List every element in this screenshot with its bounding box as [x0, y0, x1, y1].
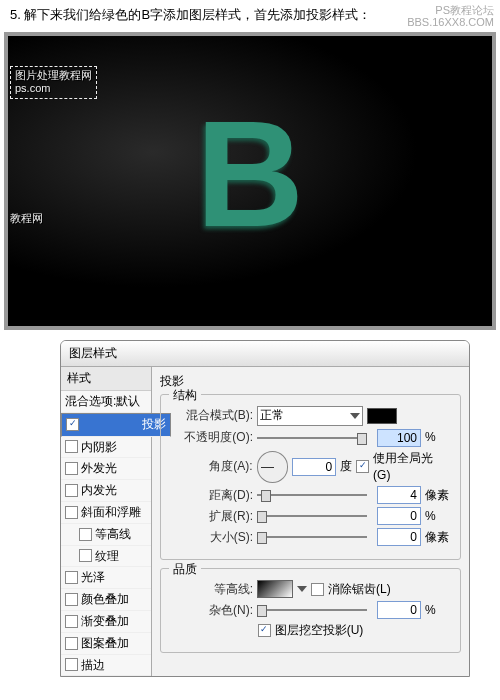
- effect-settings-panel: 投影 结构 混合模式(B): 正常 不透明度(O): 100 % 角度(A):: [152, 367, 469, 676]
- size-label: 大小(S):: [171, 529, 253, 546]
- dialog-title: 图层样式: [61, 341, 469, 367]
- sidebar-item-outerglow[interactable]: 外发光: [61, 458, 151, 480]
- sidebar-item-contour[interactable]: 等高线: [61, 524, 151, 546]
- noise-label: 杂色(N):: [171, 602, 253, 619]
- group-quality: 品质 等高线: 消除锯齿(L) 杂色(N): 0 % ✓ 图层挖空投影(U): [160, 568, 461, 653]
- distance-input[interactable]: 4: [377, 486, 421, 504]
- angle-label: 角度(A):: [171, 458, 253, 475]
- letter-b: B: [196, 99, 304, 249]
- preview-canvas: 图片处理教程网ps.com 教程网 B B: [8, 36, 492, 326]
- layer-style-dialog: 图层样式 样式 混合选项:默认 ✓投影 内阴影 外发光 内发光 斜面和浮雕 等高…: [60, 340, 470, 677]
- check-icon: ✓: [66, 418, 79, 431]
- sidebar-item-innerglow[interactable]: 内发光: [61, 480, 151, 502]
- sidebar-item-gradientoverlay[interactable]: 渐变叠加: [61, 611, 151, 633]
- contour-label: 等高线:: [171, 581, 253, 598]
- opacity-label: 不透明度(O):: [171, 429, 253, 446]
- global-light-checkbox[interactable]: ✓: [356, 460, 369, 473]
- spread-slider[interactable]: [257, 515, 367, 517]
- spread-label: 扩展(R):: [171, 508, 253, 525]
- blendmode-select[interactable]: 正常: [257, 406, 363, 426]
- distance-label: 距离(D):: [171, 487, 253, 504]
- watermark-box: 图片处理教程网ps.com: [10, 66, 97, 98]
- sidebar-item-texture[interactable]: 纹理: [61, 546, 151, 568]
- blendmode-label: 混合模式(B):: [171, 407, 253, 424]
- sidebar-item-stroke[interactable]: 描边: [61, 655, 151, 677]
- sidebar-blend-defaults[interactable]: 混合选项:默认: [61, 391, 151, 413]
- chevron-down-icon: [297, 586, 307, 592]
- sidebar-header: 样式: [61, 367, 151, 391]
- site-credit: PS教程论坛BBS.16XX8.COM: [407, 4, 494, 28]
- watermark-text: 教程网: [10, 211, 43, 226]
- noise-input[interactable]: 0: [377, 601, 421, 619]
- angle-dial[interactable]: [257, 451, 289, 483]
- panel-title: 投影: [160, 373, 461, 390]
- shadow-color-swatch[interactable]: [367, 408, 397, 424]
- sidebar-item-bevel[interactable]: 斜面和浮雕: [61, 502, 151, 524]
- sidebar-item-patternoverlay[interactable]: 图案叠加: [61, 633, 151, 655]
- sidebar-item-coloroverlay[interactable]: 颜色叠加: [61, 589, 151, 611]
- antialias-checkbox[interactable]: [311, 583, 324, 596]
- preview-frame: 图片处理教程网ps.com 教程网 B B: [4, 32, 496, 330]
- chevron-down-icon: [350, 413, 360, 419]
- angle-input[interactable]: 0: [292, 458, 336, 476]
- sidebar-item-innershadow[interactable]: 内阴影: [61, 437, 151, 459]
- opacity-slider[interactable]: [257, 437, 367, 439]
- distance-slider[interactable]: [257, 494, 367, 496]
- group-structure: 结构 混合模式(B): 正常 不透明度(O): 100 % 角度(A): 0 度: [160, 394, 461, 561]
- knockout-checkbox[interactable]: ✓: [258, 624, 271, 637]
- contour-picker[interactable]: [257, 580, 293, 598]
- spread-input[interactable]: 0: [377, 507, 421, 525]
- size-slider[interactable]: [257, 536, 367, 538]
- size-input[interactable]: 0: [377, 528, 421, 546]
- opacity-input[interactable]: 100: [377, 429, 421, 447]
- effects-sidebar: 样式 混合选项:默认 ✓投影 内阴影 外发光 内发光 斜面和浮雕 等高线 纹理 …: [61, 367, 152, 676]
- sidebar-item-satin[interactable]: 光泽: [61, 567, 151, 589]
- noise-slider[interactable]: [257, 609, 367, 611]
